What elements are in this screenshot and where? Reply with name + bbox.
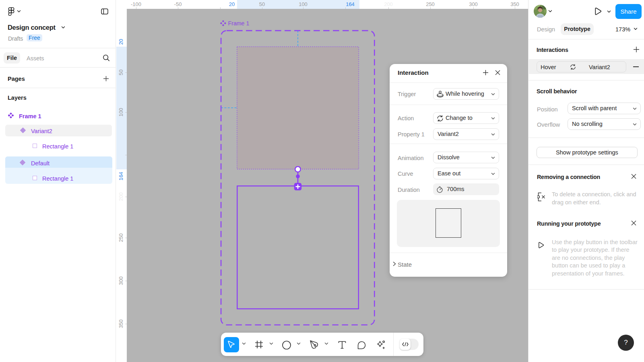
svg-text:Frame 1: Frame 1 [228, 20, 250, 27]
